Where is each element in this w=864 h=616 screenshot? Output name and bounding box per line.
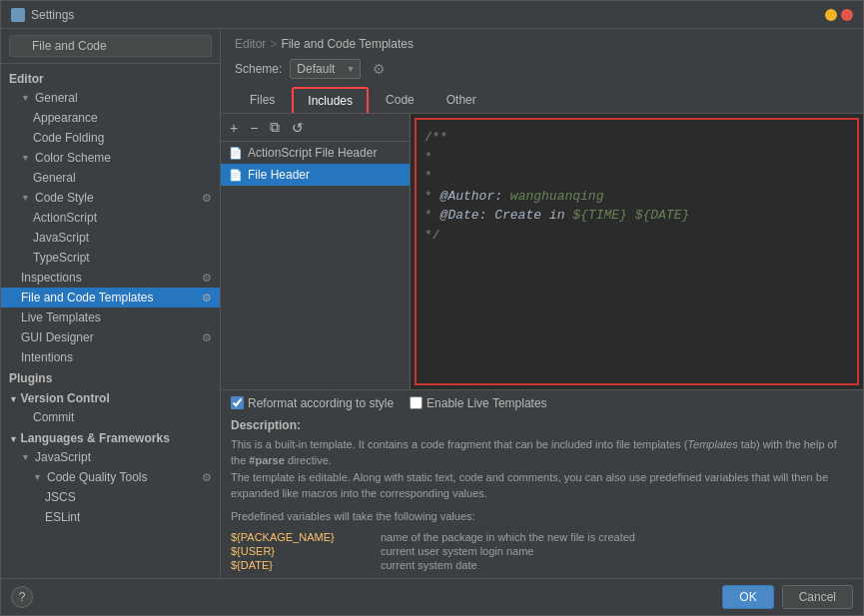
code-comment: * xyxy=(425,189,440,204)
sidebar-item-inspections[interactable]: Inspections ⚙ xyxy=(1,268,220,288)
code-editor[interactable]: /** * * * @Author: wanghuanqing * @Date:… xyxy=(415,118,859,385)
tab-files[interactable]: Files xyxy=(235,87,290,113)
languages-section-label: ▼ Languages & Frameworks xyxy=(1,427,220,447)
search-wrapper: 🔍 xyxy=(9,35,212,57)
code-line: * xyxy=(425,148,849,168)
sidebar-item-color-scheme-general[interactable]: General xyxy=(1,168,220,188)
main-panel: Editor > File and Code Templates Scheme:… xyxy=(221,29,863,578)
file-list-item-actionscript[interactable]: 📄 ActionScript File Header xyxy=(221,142,410,164)
breadcrumb-editor: Editor xyxy=(235,37,266,51)
tab-includes[interactable]: Includes xyxy=(292,87,369,113)
sidebar-item-code-quality[interactable]: ▼ Code Quality Tools ⚙ xyxy=(1,467,220,487)
code-value: wanghuanqing xyxy=(510,189,604,204)
live-templates-checkbox[interactable] xyxy=(410,396,423,409)
file-icon: 📄 xyxy=(229,147,243,160)
tab-code[interactable]: Code xyxy=(371,87,430,113)
arrow-icon: ▼ xyxy=(9,394,20,404)
editor-section-label: Editor xyxy=(1,68,220,88)
bottom-area: Reformat according to style Enable Live … xyxy=(221,389,863,579)
sidebar-item-appearance[interactable]: Appearance xyxy=(1,108,220,128)
help-button[interactable]: ? xyxy=(11,586,33,608)
scheme-select[interactable]: Default Project xyxy=(290,59,361,79)
description-label: Description: xyxy=(231,418,853,432)
sidebar-item-label: ESLint xyxy=(45,510,80,524)
var-name: ${USER} xyxy=(231,545,371,557)
sidebar-tree: Editor ▼ General Appearance Code Folding… xyxy=(1,64,220,578)
sidebar-item-commit[interactable]: Commit xyxy=(1,407,220,427)
arrow-icon: ▼ xyxy=(21,153,31,163)
sidebar-item-file-code-templates[interactable]: File and Code Templates ⚙ xyxy=(1,288,220,308)
sidebar-item-intentions[interactable]: Intentions xyxy=(1,347,220,367)
plugins-section-label: Plugins xyxy=(1,367,220,387)
add-file-button[interactable]: + xyxy=(227,119,241,137)
options-row: Reformat according to style Enable Live … xyxy=(231,396,853,410)
sidebar-item-javascript[interactable]: JavaScript xyxy=(1,228,220,248)
reset-file-button[interactable]: ↺ xyxy=(289,119,307,137)
sidebar-item-actionscript[interactable]: ActionScript xyxy=(1,208,220,228)
code-line: */ xyxy=(425,226,849,246)
tab-other[interactable]: Other xyxy=(432,87,491,113)
reformat-label: Reformat according to style xyxy=(248,396,394,410)
sidebar-item-color-scheme[interactable]: ▼ Color Scheme xyxy=(1,148,220,168)
arrow-icon: ▼ xyxy=(21,93,31,103)
file-list-item-header[interactable]: 📄 File Header xyxy=(221,164,410,186)
tabs-row: Files Includes Code Other xyxy=(235,87,849,113)
search-input[interactable] xyxy=(9,35,212,57)
sidebar-item-eslint[interactable]: ESLint xyxy=(1,507,220,527)
sidebar-item-label: TypeScript xyxy=(33,251,90,265)
reformat-checkbox[interactable] xyxy=(231,396,244,409)
gear-icon: ⚙ xyxy=(202,272,212,285)
window-controls xyxy=(825,9,853,21)
copy-file-button[interactable]: ⧉ xyxy=(267,118,283,137)
scheme-gear-button[interactable]: ⚙ xyxy=(369,59,390,79)
file-list: + − ⧉ ↺ 📄 ActionScript File Header 📄 Fil… xyxy=(221,114,411,389)
var-row: ${DATE} current system date xyxy=(231,558,853,572)
sidebar-item-label: File and Code Templates xyxy=(21,291,154,305)
cancel-button[interactable]: Cancel xyxy=(782,585,853,609)
gear-icon: ⚙ xyxy=(202,192,212,205)
file-item-label: ActionScript File Header xyxy=(248,146,377,160)
scheme-row: Scheme: Default Project ▼ ⚙ xyxy=(235,59,849,79)
live-templates-label: Enable Live Templates xyxy=(427,396,547,410)
scheme-label: Scheme: xyxy=(235,62,282,76)
minimize-button[interactable] xyxy=(825,9,837,21)
sidebar-item-label: Appearance xyxy=(33,111,98,125)
gear-icon: ⚙ xyxy=(202,292,212,305)
var-desc: current system date xyxy=(381,559,477,571)
remove-file-button[interactable]: − xyxy=(247,119,261,137)
var-name: ${PACKAGE_NAME} xyxy=(231,531,371,543)
sidebar-item-code-folding[interactable]: Code Folding xyxy=(1,128,220,148)
sidebar-item-label: GUI Designer xyxy=(21,330,94,344)
gear-icon: ⚙ xyxy=(202,331,212,344)
sidebar-item-code-style[interactable]: ▼ Code Style ⚙ xyxy=(1,188,220,208)
sidebar: 🔍 Editor ▼ General Appearance Code Foldi… xyxy=(1,29,221,578)
code-annotation: @Date: Create in xyxy=(440,208,573,223)
sidebar-item-typescript[interactable]: TypeScript xyxy=(1,248,220,268)
panel-header: Editor > File and Code Templates Scheme:… xyxy=(221,29,863,114)
sidebar-item-label: Color Scheme xyxy=(35,151,111,165)
close-button[interactable] xyxy=(841,9,853,21)
code-annotation: @Author: xyxy=(440,189,510,204)
sidebar-item-label: General xyxy=(33,171,76,185)
sidebar-item-label: Inspections xyxy=(21,271,82,285)
reformat-checkbox-label: Reformat according to style xyxy=(231,396,394,410)
sidebar-item-gui-designer[interactable]: GUI Designer ⚙ xyxy=(1,327,220,347)
title-bar-left: Settings xyxy=(11,8,74,22)
ok-button[interactable]: OK xyxy=(722,585,773,609)
sidebar-item-jscs[interactable]: JSCS xyxy=(1,487,220,507)
breadcrumb-separator: > xyxy=(270,37,277,51)
sidebar-item-label: General xyxy=(35,91,78,105)
sidebar-item-live-templates[interactable]: Live Templates xyxy=(1,308,220,327)
code-line: /** xyxy=(425,128,849,148)
breadcrumb-current: File and Code Templates xyxy=(281,37,414,51)
title-bar: Settings xyxy=(1,1,863,29)
scheme-select-wrapper: Default Project ▼ xyxy=(290,59,361,79)
content-area: 🔍 Editor ▼ General Appearance Code Foldi… xyxy=(1,29,863,578)
var-row: ${PACKAGE_NAME} name of the package in w… xyxy=(231,530,853,544)
sidebar-item-general[interactable]: ▼ General xyxy=(1,88,220,108)
sidebar-item-javascript-lang[interactable]: ▼ JavaScript xyxy=(1,447,220,467)
version-control-section-label: ▼ Version Control xyxy=(1,387,220,407)
arrow-icon: ▼ xyxy=(21,452,31,462)
sidebar-item-label: JavaScript xyxy=(35,450,91,464)
code-line: * @Author: wanghuanqing xyxy=(425,187,849,207)
